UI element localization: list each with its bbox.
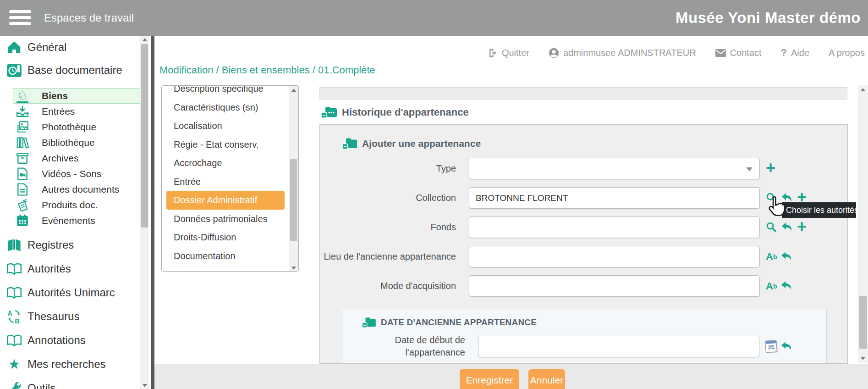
- scroll-up-icon[interactable]: [140, 36, 149, 43]
- search-icon[interactable]: [766, 222, 777, 233]
- undo-icon[interactable]: [781, 281, 792, 291]
- app-window: Espaces de travail Musée Yoni Master dém…: [0, 0, 868, 389]
- calendar-picker-icon[interactable]: 25: [765, 340, 777, 352]
- sidebar-scrollbar[interactable]: [140, 36, 149, 389]
- type-select[interactable]: [469, 158, 760, 179]
- scrollbar-thumb[interactable]: [859, 296, 867, 349]
- about-link[interactable]: A propos: [829, 48, 865, 58]
- date-debut-input[interactable]: [478, 336, 759, 357]
- scroll-down-icon[interactable]: [140, 382, 149, 389]
- scroll-up-icon[interactable]: [858, 86, 868, 93]
- sidebar-item-registres[interactable]: Registres: [0, 233, 140, 257]
- sidebar-item-bibliotheque[interactable]: Bibliothèque: [13, 135, 140, 150]
- sidebar-item-autorites-unimarc[interactable]: Autorités Unimarc: [0, 281, 140, 305]
- sidebar-item-label: Evènements: [42, 215, 95, 226]
- folder-collapse-icon[interactable]: [321, 106, 337, 119]
- scroll-up-icon[interactable]: [289, 86, 298, 94]
- subsection-title: Ajouter une appartenance: [362, 138, 481, 149]
- question-icon: ?: [781, 47, 787, 59]
- nav-scrollbar[interactable]: [289, 86, 298, 272]
- knight-icon: ♘: [15, 89, 30, 103]
- nav-item-dossier-administratif[interactable]: Dossier Administratif: [166, 191, 285, 210]
- add-icon[interactable]: +: [766, 161, 775, 175]
- add-icon[interactable]: +: [797, 190, 807, 204]
- workspace-label[interactable]: Espaces de travail: [44, 0, 134, 36]
- tools-icon: [5, 381, 23, 389]
- date-section-header: DATE D'ANCIENNE APPARTENANCE: [362, 317, 826, 328]
- scroll-down-icon[interactable]: [858, 355, 868, 362]
- sidebar-item-annotations[interactable]: Annotations: [0, 328, 140, 352]
- sidebar-item-base-documentaire[interactable]: Base documentaire: [0, 59, 140, 82]
- contact-link[interactable]: Contact: [715, 48, 762, 58]
- scroll-down-icon[interactable]: [289, 264, 298, 272]
- nav-item-regie-etat-conserv[interactable]: Régie - Etat conserv.: [166, 135, 285, 154]
- save-button[interactable]: Enregistrer: [460, 369, 519, 389]
- sidebar-item-thesaurus[interactable]: AB Thesaurus: [0, 305, 140, 328]
- nav-item-accrochage[interactable]: Accrochage: [166, 154, 285, 172]
- nav-item-donnees-patrimoniales[interactable]: Données patrimoniales: [166, 210, 285, 228]
- sidebar-item-outils[interactable]: Outils: [0, 376, 140, 389]
- sidebar-item-label: Autorités: [27, 262, 71, 275]
- nav-item-saisie[interactable]: Saisie: [166, 265, 285, 272]
- quit-link[interactable]: Quitter: [488, 48, 529, 58]
- sidebar-item-mes-recherches[interactable]: ★ Mes recherches: [0, 352, 140, 376]
- sidebar-item-entrees[interactable]: Entrées: [13, 104, 140, 119]
- sidebar-item-produits-doc[interactable]: Produits doc.: [13, 197, 140, 213]
- sidebar-item-label: Produits doc.: [42, 200, 98, 211]
- subsection-header-ajouter: Ajouter une appartenance: [342, 137, 847, 150]
- field-label: Date de début de l'appartenance: [342, 334, 472, 359]
- sidebar-item-videos-sons[interactable]: Vidéos - Sons: [13, 166, 140, 182]
- scrollbar-thumb[interactable]: [290, 159, 297, 241]
- sidebar-item-label: Annotations: [27, 334, 86, 347]
- text-format-icon[interactable]: Ab: [766, 280, 777, 292]
- open-book-icon: [5, 261, 23, 276]
- add-icon[interactable]: +: [797, 220, 807, 233]
- collection-input[interactable]: [469, 187, 760, 209]
- field-label: Collection: [320, 192, 462, 204]
- lieu-input[interactable]: [469, 246, 760, 267]
- field-row-lieu: Lieu de l'ancienne appartenance Ab: [320, 246, 847, 267]
- sidebar-item-phototheque[interactable]: Photothèque: [13, 119, 140, 135]
- mouse-cursor: [766, 194, 786, 222]
- collapsed-section-bar[interactable]: [319, 87, 847, 100]
- folder-collapse-icon[interactable]: [362, 317, 376, 328]
- text-format-icon[interactable]: Ab: [766, 251, 777, 263]
- nav-item-localisation[interactable]: Localisation: [166, 117, 285, 135]
- undo-icon[interactable]: [781, 222, 793, 233]
- sidebar-item-archives[interactable]: Archives: [13, 150, 140, 166]
- date-section-title: DATE D'ANCIENNE APPARTENANCE: [381, 317, 537, 328]
- menu-icon[interactable]: [9, 7, 33, 28]
- fonds-input[interactable]: [469, 217, 760, 238]
- folder-collapse-icon[interactable]: [342, 137, 357, 150]
- field-label: Type: [320, 162, 462, 175]
- sidebar-item-label: Autres documents: [42, 184, 119, 195]
- writing-icon: [15, 199, 30, 211]
- field-label: Lieu de l'ancienne appartenance: [320, 250, 462, 263]
- app-title: Musée Yoni Master démo: [676, 0, 861, 36]
- sidebar-item-label: Registres: [27, 239, 74, 251]
- undo-icon[interactable]: [781, 341, 792, 352]
- sidebar-item-label: Photothèque: [42, 122, 96, 133]
- user-menu[interactable]: adminmusee ADMINSTRATEUR: [549, 48, 696, 58]
- sidebar-item-autorites[interactable]: Autorités: [0, 257, 140, 281]
- sidebar-item-evenements[interactable]: Evènements: [13, 213, 140, 228]
- sidebar-item-label: Bibliothèque: [42, 137, 95, 148]
- nav-item-documentation[interactable]: Documentation: [166, 247, 285, 266]
- form-scrollbar[interactable]: [858, 85, 868, 363]
- nav-item-description-specifique[interactable]: Description spécifique: [166, 85, 285, 98]
- nav-item-droits-diffusion[interactable]: Droits-Diffusion: [166, 228, 285, 247]
- inbox-icon: [15, 105, 30, 118]
- video-icon: [15, 167, 30, 180]
- sidebar-item-autres-documents[interactable]: Autres documents: [13, 182, 140, 197]
- mail-icon: [715, 49, 726, 57]
- sidebar-item-label: Mes recherches: [27, 358, 106, 371]
- scrollbar-thumb[interactable]: [141, 44, 148, 228]
- cancel-button[interactable]: Annuler: [528, 369, 565, 389]
- help-link[interactable]: ? Aide: [781, 47, 809, 59]
- undo-icon[interactable]: [781, 251, 792, 262]
- nav-item-entree[interactable]: Entrée: [166, 172, 285, 191]
- nav-item-caracteristiques[interactable]: Caractéristiques (sn): [166, 98, 285, 117]
- sidebar-item-biens[interactable]: ♘ Biens: [13, 88, 140, 104]
- mode-acquisition-input[interactable]: [469, 275, 760, 297]
- sidebar-item-general[interactable]: Général: [0, 36, 140, 59]
